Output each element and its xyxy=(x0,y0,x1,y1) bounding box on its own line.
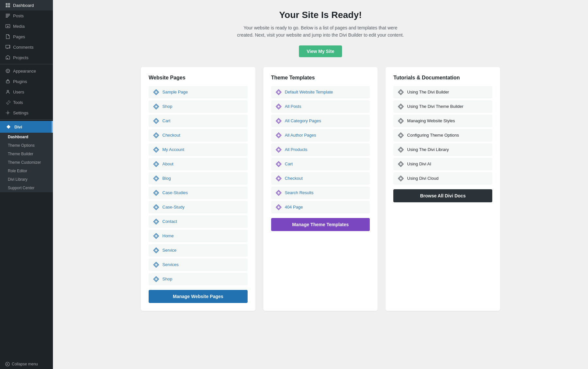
sidebar-pages-label: Pages xyxy=(13,34,25,39)
manage-website-pages-button[interactable]: Manage Website Pages xyxy=(149,290,248,303)
divi-sub-theme-builder[interactable]: Theme Builder xyxy=(0,150,53,158)
page-item-home[interactable]: Home xyxy=(149,230,248,242)
sidebar-item-tools[interactable]: Tools xyxy=(0,97,53,108)
svg-point-14 xyxy=(7,112,9,114)
projects-icon xyxy=(5,55,10,60)
browse-all-docs-button[interactable]: Browse All Divi Docs xyxy=(393,189,492,202)
sidebar-item-projects[interactable]: Projects xyxy=(0,52,53,63)
divi-sub-theme-options[interactable]: Theme Options xyxy=(0,141,53,150)
page-item-about[interactable]: About xyxy=(149,158,248,170)
tutorials-title: Tutorials & Documentation xyxy=(393,75,492,81)
svg-rect-10 xyxy=(7,58,8,59)
posts-icon xyxy=(5,13,10,18)
theme-templates-title: Theme Templates xyxy=(271,75,370,81)
sidebar-item-dashboard[interactable]: Dashboard xyxy=(0,0,53,10)
sidebar: Dashboard Posts Media Pages Comments xyxy=(0,0,53,369)
divi-template-icon-9 xyxy=(276,204,282,210)
page-item-sample-page[interactable]: Sample Page xyxy=(149,86,248,98)
pages-icon xyxy=(5,34,10,39)
sidebar-item-plugins[interactable]: Plugins xyxy=(0,76,53,87)
sidebar-item-posts[interactable]: Posts xyxy=(0,10,53,21)
template-item-all-posts[interactable]: All Posts xyxy=(271,100,370,113)
divi-sub-divi-library[interactable]: Divi Library xyxy=(0,175,53,184)
divi-sub-dashboard[interactable]: Dashboard xyxy=(0,133,53,141)
divi-page-icon-12 xyxy=(153,247,159,253)
divi-sub-theme-customizer[interactable]: Theme Customizer xyxy=(0,158,53,167)
svg-rect-7 xyxy=(6,17,8,18)
template-item-cart[interactable]: Cart xyxy=(271,158,370,170)
sidebar-divider-2 xyxy=(0,119,53,120)
sidebar-tools-label: Tools xyxy=(13,100,23,105)
template-item-checkout[interactable]: Checkout xyxy=(271,172,370,185)
template-item-search-results[interactable]: Search Results xyxy=(271,187,370,199)
page-item-blog[interactable]: Blog xyxy=(149,172,248,185)
main-content: Your Site Is Ready! Your website is read… xyxy=(53,0,588,369)
tutorial-item-divi-ai[interactable]: Using Divi AI xyxy=(393,158,492,170)
page-item-my-account[interactable]: My Account xyxy=(149,143,248,156)
collapse-label: Collapse menu xyxy=(12,362,38,366)
settings-icon xyxy=(5,110,10,115)
sidebar-item-appearance[interactable]: Appearance xyxy=(0,66,53,76)
template-item-category-pages[interactable]: All Category Pages xyxy=(271,115,370,127)
sidebar-media-label: Media xyxy=(13,24,24,29)
divi-page-icon-9 xyxy=(153,204,159,210)
page-item-services[interactable]: Services xyxy=(149,259,248,271)
collapse-menu-btn[interactable]: Collapse menu xyxy=(0,359,53,369)
divi-page-icon-6 xyxy=(153,161,159,167)
sidebar-item-comments[interactable]: Comments xyxy=(0,42,53,52)
svg-rect-5 xyxy=(6,15,10,16)
users-icon xyxy=(5,89,10,94)
divi-tutorial-icon-1 xyxy=(398,89,404,95)
collapse-icon xyxy=(5,362,10,366)
divi-page-icon-2 xyxy=(153,104,159,109)
tools-icon xyxy=(5,100,10,105)
tutorial-item-divi-builder[interactable]: Using The Divi Builder xyxy=(393,86,492,98)
sidebar-item-users[interactable]: Users xyxy=(0,87,53,97)
template-item-default[interactable]: Default Website Template xyxy=(271,86,370,98)
tutorial-item-website-styles[interactable]: Managing Website Styles xyxy=(393,115,492,127)
tutorial-item-theme-options[interactable]: Configuring Theme Options xyxy=(393,129,492,142)
divi-tutorial-icon-4 xyxy=(398,132,404,138)
tutorial-item-divi-cloud[interactable]: Using Divi Cloud xyxy=(393,172,492,185)
template-item-author-pages[interactable]: All Author Pages xyxy=(271,129,370,142)
divi-sub-role-editor[interactable]: Role Editor xyxy=(0,167,53,175)
divi-template-icon-1 xyxy=(276,89,282,95)
divi-page-icon xyxy=(153,89,159,95)
sidebar-divi-header[interactable]: Divi xyxy=(0,121,53,133)
manage-theme-templates-button[interactable]: Manage Theme Templates xyxy=(271,218,370,231)
tutorial-item-divi-library[interactable]: Using The Divi Library xyxy=(393,143,492,156)
divi-sub-support-center[interactable]: Support Center xyxy=(0,184,53,192)
svg-rect-2 xyxy=(6,6,8,8)
page-item-case-study[interactable]: Case-Study xyxy=(149,201,248,213)
page-item-contact[interactable]: Contact xyxy=(149,215,248,228)
svg-rect-12 xyxy=(6,81,9,83)
page-item-case-studies[interactable]: Case-Studies xyxy=(149,187,248,199)
sidebar-item-pages[interactable]: Pages xyxy=(0,31,53,42)
sidebar-item-settings[interactable]: Settings xyxy=(0,108,53,118)
view-site-button[interactable]: View My Site xyxy=(299,45,342,57)
template-item-404-page[interactable]: 404 Page xyxy=(271,201,370,213)
plugins-icon xyxy=(5,79,10,84)
tutorials-card: Tutorials & Documentation Using The Divi… xyxy=(385,67,500,311)
page-item-service[interactable]: Service xyxy=(149,244,248,257)
cards-grid: Website Pages Sample Page Shop Cart Chec… xyxy=(141,67,500,311)
template-item-all-products[interactable]: All Products xyxy=(271,143,370,156)
divi-template-icon-6 xyxy=(276,161,282,167)
sidebar-posts-label: Posts xyxy=(13,13,24,18)
sidebar-settings-label: Settings xyxy=(13,110,28,115)
page-item-shop[interactable]: Shop xyxy=(149,100,248,113)
sidebar-item-media[interactable]: Media xyxy=(0,21,53,31)
page-item-shop-2[interactable]: Shop xyxy=(149,273,248,285)
divi-page-icon-11 xyxy=(153,233,159,239)
divi-tutorial-icon-5 xyxy=(398,147,404,153)
page-item-cart[interactable]: Cart xyxy=(149,115,248,127)
divi-page-icon-10 xyxy=(153,219,159,225)
page-item-checkout[interactable]: Checkout xyxy=(149,129,248,142)
divi-page-icon-8 xyxy=(153,190,159,196)
dashboard-icon xyxy=(5,3,10,8)
svg-point-13 xyxy=(7,90,9,92)
tutorial-item-theme-builder[interactable]: Using The Divi Theme Builder xyxy=(393,100,492,113)
divi-page-icon-14 xyxy=(153,276,159,282)
sidebar-comments-label: Comments xyxy=(13,45,34,50)
divi-page-icon-13 xyxy=(153,262,159,268)
